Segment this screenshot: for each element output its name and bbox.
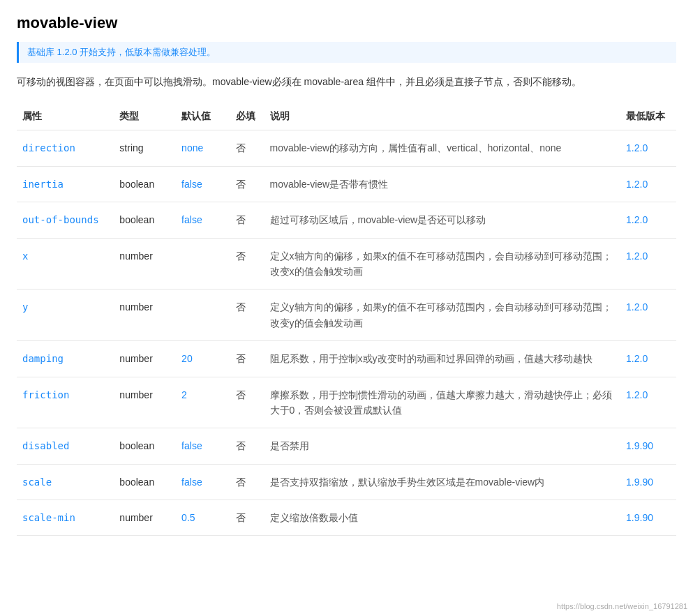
table-row: scale-minnumber0.5否定义缩放倍数最小值1.9.90 — [17, 500, 676, 536]
col-header-required: 必填 — [230, 103, 264, 130]
prop-desc-cell: movable-view是否带有惯性 — [264, 166, 620, 202]
prop-name-cell: scale-min — [17, 500, 114, 536]
prop-version-cell: 1.2.0 — [620, 202, 676, 238]
prop-required-cell: 否 — [230, 166, 264, 202]
prop-default-cell: false — [176, 202, 230, 238]
table-row: ynumber否定义y轴方向的偏移，如果y的值不在可移动范围内，会自动移动到可移… — [17, 290, 676, 341]
prop-name-cell: disabled — [17, 428, 114, 464]
table-row: directionstringnone否movable-view的移动方向，属性… — [17, 130, 676, 166]
col-header-default: 默认值 — [176, 103, 230, 130]
intro-text: 可移动的视图容器，在页面中可以拖拽滑动。movable-view必须在 mova… — [17, 74, 676, 89]
prop-type-cell: number — [114, 500, 176, 536]
prop-type-cell: boolean — [114, 202, 176, 238]
prop-type-cell: string — [114, 130, 176, 166]
prop-name-cell: out-of-bounds — [17, 202, 114, 238]
prop-desc-cell: 超过可移动区域后，movable-view是否还可以移动 — [264, 202, 620, 238]
prop-desc-cell: 阻尼系数，用于控制x或y改变时的动画和过界回弹的动画，值越大移动越快 — [264, 341, 620, 377]
prop-required-cell: 否 — [230, 428, 264, 464]
prop-version-cell: 1.2.0 — [620, 290, 676, 341]
prop-version-cell: 1.2.0 — [620, 341, 676, 377]
table-row: frictionnumber2否摩擦系数，用于控制惯性滑动的动画，值越大摩擦力越… — [17, 377, 676, 428]
prop-version-cell: 1.2.0 — [620, 238, 676, 290]
prop-desc-cell: movable-view的移动方向，属性值有all、vertical、horiz… — [264, 130, 620, 166]
prop-default-cell: 20 — [176, 341, 230, 377]
prop-default-cell — [176, 238, 230, 290]
prop-name-cell: scale — [17, 464, 114, 499]
prop-name-cell: damping — [17, 341, 114, 377]
prop-version-cell: 1.2.0 — [620, 377, 676, 428]
prop-type-cell: boolean — [114, 464, 176, 499]
prop-desc-cell: 是否禁用 — [264, 428, 620, 464]
prop-default-cell: none — [176, 130, 230, 166]
prop-default-cell — [176, 290, 230, 341]
notice-text: 基础库 1.2.0 开始支持，低版本需做兼容处理。 — [27, 47, 216, 57]
prop-default-cell: 2 — [176, 377, 230, 428]
prop-name-cell: x — [17, 238, 114, 290]
prop-type-cell: boolean — [114, 166, 176, 202]
prop-version-cell: 1.9.90 — [620, 464, 676, 499]
prop-required-cell: 否 — [230, 500, 264, 536]
prop-type-cell: number — [114, 341, 176, 377]
prop-default-cell: 0.5 — [176, 500, 230, 536]
prop-type-cell: number — [114, 290, 176, 341]
prop-type-cell: number — [114, 377, 176, 428]
prop-required-cell: 否 — [230, 464, 264, 499]
prop-name-cell: friction — [17, 377, 114, 428]
prop-default-cell: false — [176, 464, 230, 499]
col-header-type: 类型 — [114, 103, 176, 130]
prop-required-cell: 否 — [230, 377, 264, 428]
prop-default-cell: false — [176, 428, 230, 464]
prop-name-cell: direction — [17, 130, 114, 166]
prop-required-cell: 否 — [230, 341, 264, 377]
prop-type-cell: number — [114, 238, 176, 290]
table-row: scalebooleanfalse否是否支持双指缩放，默认缩放手势生效区域是在m… — [17, 464, 676, 499]
prop-name-cell: inertia — [17, 166, 114, 202]
notice-bar: 基础库 1.2.0 开始支持，低版本需做兼容处理。 — [17, 42, 676, 63]
prop-desc-cell: 定义x轴方向的偏移，如果x的值不在可移动范围内，会自动移动到可移动范围；改变x的… — [264, 238, 620, 290]
prop-required-cell: 否 — [230, 290, 264, 341]
prop-name-cell: y — [17, 290, 114, 341]
prop-required-cell: 否 — [230, 130, 264, 166]
col-header-prop: 属性 — [17, 103, 114, 130]
table-row: xnumber否定义x轴方向的偏移，如果x的值不在可移动范围内，会自动移动到可移… — [17, 238, 676, 290]
prop-version-cell: 1.9.90 — [620, 428, 676, 464]
prop-desc-cell: 定义缩放倍数最小值 — [264, 500, 620, 536]
prop-required-cell: 否 — [230, 238, 264, 290]
prop-desc-cell: 摩擦系数，用于控制惯性滑动的动画，值越大摩擦力越大，滑动越快停止；必须大于0，否… — [264, 377, 620, 428]
prop-type-cell: boolean — [114, 428, 176, 464]
prop-default-cell: false — [176, 166, 230, 202]
prop-required-cell: 否 — [230, 202, 264, 238]
table-row: out-of-boundsbooleanfalse否超过可移动区域后，movab… — [17, 202, 676, 238]
table-header-row: 属性 类型 默认值 必填 说明 最低版本 — [17, 103, 676, 130]
prop-version-cell: 1.2.0 — [620, 130, 676, 166]
prop-desc-cell: 是否支持双指缩放，默认缩放手势生效区域是在movable-view内 — [264, 464, 620, 499]
prop-version-cell: 1.9.90 — [620, 500, 676, 536]
col-header-version: 最低版本 — [620, 103, 676, 130]
prop-version-cell: 1.2.0 — [620, 166, 676, 202]
prop-desc-cell: 定义y轴方向的偏移，如果y的值不在可移动范围内，会自动移动到可移动范围；改变y的… — [264, 290, 620, 341]
properties-table: 属性 类型 默认值 必填 说明 最低版本 directionstringnone… — [17, 103, 676, 536]
table-row: inertiabooleanfalse否movable-view是否带有惯性1.… — [17, 166, 676, 202]
page-title: movable-view — [17, 14, 676, 32]
table-row: dampingnumber20否阻尼系数，用于控制x或y改变时的动画和过界回弹的… — [17, 341, 676, 377]
table-row: disabledbooleanfalse否是否禁用1.9.90 — [17, 428, 676, 464]
col-header-desc: 说明 — [264, 103, 620, 130]
